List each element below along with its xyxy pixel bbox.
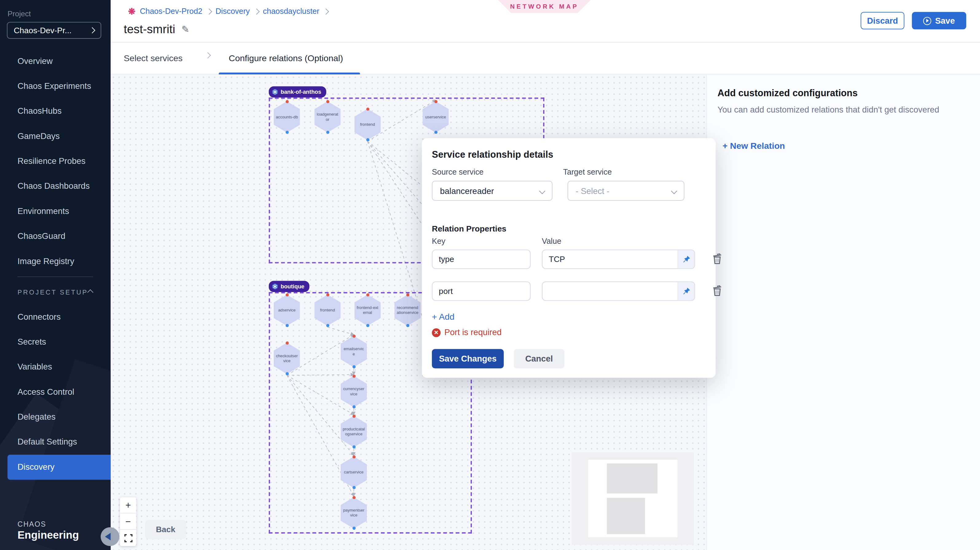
discard-button[interactable]: Discard [861, 12, 904, 30]
service-node-frontend[interactable]: frontend [355, 109, 381, 140]
new-relation-button[interactable]: + New Relation [722, 141, 785, 151]
fullscreen-button[interactable] [120, 530, 137, 546]
minimap-group-block [607, 464, 657, 494]
input-port-dot[interactable] [434, 100, 437, 103]
input-port-dot[interactable] [352, 415, 355, 418]
project-selector[interactable]: Chaos-Dev-Pr... [7, 22, 101, 39]
sidebar-item-default-settings[interactable]: Default Settings [0, 430, 111, 455]
sidebar-item-chaos-experiments[interactable]: Chaos Experiments [0, 74, 111, 99]
back-button[interactable]: Back [145, 520, 186, 539]
output-port-dot[interactable] [352, 365, 355, 368]
pin-button[interactable] [678, 250, 694, 268]
delete-row-button[interactable] [712, 285, 722, 297]
input-port-dot[interactable] [285, 293, 288, 297]
breadcrumb-project[interactable]: Chaos-Dev-Prod2 [140, 7, 202, 15]
service-node-cartservice[interactable]: cartservice [341, 456, 367, 488]
input-port-dot[interactable] [366, 293, 369, 297]
delete-row-button[interactable] [712, 253, 722, 265]
sidebar-item-discovery[interactable]: Discovery [7, 455, 111, 480]
sidebar-collapse-button[interactable] [101, 527, 119, 546]
cancel-button[interactable]: Cancel [514, 349, 564, 368]
output-port-dot[interactable] [434, 131, 437, 134]
sidebar-item-secrets[interactable]: Secrets [0, 330, 111, 354]
sidebar-item-chaos-dashboards[interactable]: Chaos Dashboards [0, 174, 111, 199]
breadcrumb-separator-icon [206, 8, 212, 14]
service-node-frontend-external[interactable]: frontend-external [355, 295, 381, 326]
service-node-currencyservice[interactable]: currencyservice [341, 376, 367, 407]
service-node-frontend[interactable]: frontend [314, 295, 340, 326]
modal-title: Service relationship details [432, 149, 553, 159]
service-node-userservice[interactable]: userservice [422, 102, 449, 133]
group-label-boutique[interactable]: boutique [269, 281, 309, 292]
sidebar-item-delegates[interactable]: Delegates [0, 405, 111, 429]
service-node-checkoutservice[interactable]: checkoutservice [274, 343, 300, 374]
output-port-dot[interactable] [352, 527, 355, 530]
input-port-dot[interactable] [326, 293, 329, 297]
input-port-dot[interactable] [406, 293, 409, 297]
save-button[interactable]: Save [912, 12, 966, 30]
input-port-dot[interactable] [352, 375, 355, 378]
output-port-dot[interactable] [366, 138, 369, 142]
key-input[interactable] [432, 250, 531, 269]
service-node-adservice[interactable]: adservice [274, 295, 300, 326]
panel-subtitle: You can add customized relations that di… [718, 105, 968, 115]
input-port-dot[interactable] [352, 496, 355, 499]
service-node-paymentservice[interactable]: paymentservice [341, 497, 367, 528]
pin-button[interactable] [678, 282, 694, 300]
group-label-bank-of-anthos[interactable]: bank-of-anthos [269, 86, 326, 98]
sidebar-item-access-control[interactable]: Access Control [0, 380, 111, 405]
sidebar-item-chaosguard[interactable]: ChaosGuard [0, 224, 111, 249]
sidebar-item-variables[interactable]: Variables [0, 355, 111, 380]
save-changes-button[interactable]: Save Changes [432, 349, 504, 368]
output-port-dot[interactable] [285, 131, 288, 134]
project-setup-heading[interactable]: PROJECT SETUP [0, 279, 111, 304]
key-input[interactable] [432, 282, 531, 301]
service-node-loadgenerator[interactable]: loadgenerator [314, 102, 340, 133]
input-port-dot[interactable] [285, 100, 288, 103]
input-port-dot[interactable] [285, 341, 288, 344]
output-port-dot[interactable] [366, 324, 369, 327]
tab-select-services[interactable]: Select services [124, 53, 183, 63]
output-port-dot[interactable] [406, 324, 409, 327]
input-port-dot[interactable] [352, 455, 355, 458]
output-port-dot[interactable] [326, 131, 329, 134]
sidebar-item-gamedays[interactable]: GameDays [0, 124, 111, 149]
sidebar-item-overview[interactable]: Overview [0, 49, 111, 74]
input-port-dot[interactable] [352, 335, 355, 338]
service-node-emailservice[interactable]: emailservice [341, 336, 367, 367]
service-node-label: loadgenerator [316, 104, 339, 130]
sidebar-item-environments[interactable]: Environments [0, 199, 111, 224]
input-port-dot[interactable] [366, 108, 369, 111]
minimap[interactable] [572, 452, 694, 545]
breadcrumb-cluster[interactable]: chaosdaycluster [263, 7, 320, 15]
output-port-dot[interactable] [352, 405, 355, 408]
zoom-out-button[interactable]: − [120, 513, 137, 530]
sidebar-item-chaoshubs[interactable]: ChaosHubs [0, 99, 111, 124]
value-input[interactable] [542, 250, 695, 269]
service-node-recommendationservice[interactable]: recommendationservice [395, 295, 420, 326]
minimap-group-block [607, 498, 645, 534]
tab-configure-relations[interactable]: Configure relations (Optional) [229, 53, 343, 63]
add-property-button[interactable]: + Add [432, 311, 455, 322]
error-icon: ✕ [432, 328, 441, 336]
pin-icon [682, 255, 690, 263]
edit-title-icon[interactable]: ✎ [181, 24, 189, 35]
source-service-select[interactable]: balancereader [432, 181, 553, 201]
service-node-label: checkoutservice [275, 345, 298, 371]
breadcrumb-discovery[interactable]: Discovery [215, 7, 250, 15]
sidebar-item-resilience-probes[interactable]: Resilience Probes [0, 149, 111, 174]
input-port-dot[interactable] [326, 100, 329, 103]
output-port-dot[interactable] [326, 324, 329, 327]
sidebar-item-connectors[interactable]: Connectors [0, 304, 111, 330]
output-port-dot[interactable] [285, 324, 288, 327]
service-node-accounts-db[interactable]: accounts-db [274, 102, 300, 133]
kubernetes-icon [272, 89, 278, 95]
target-service-select[interactable]: - Select - [567, 181, 684, 201]
zoom-in-button[interactable]: + [120, 497, 137, 513]
sidebar-item-image-registry[interactable]: Image Registry [0, 249, 111, 274]
service-node-productcatalogservice[interactable]: productcatalogservice [341, 416, 367, 447]
value-input[interactable] [542, 282, 695, 301]
output-port-dot[interactable] [352, 486, 355, 489]
output-port-dot[interactable] [352, 445, 355, 448]
output-port-dot[interactable] [285, 372, 288, 375]
